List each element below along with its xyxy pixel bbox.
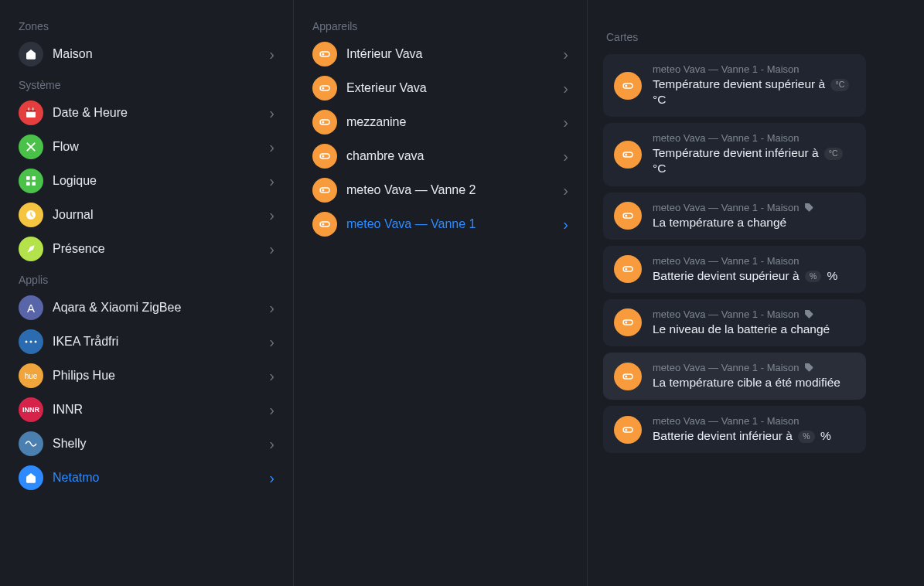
zone-item[interactable]: Maison›	[6, 37, 287, 71]
chevron-right-icon: ›	[563, 148, 568, 165]
A-icon: A	[19, 295, 43, 320]
flow-card[interactable]: meteo Vava — Vanne 1 - MaisonTempérature…	[603, 54, 866, 117]
cards-header: Cartes	[594, 23, 875, 48]
svg-point-31	[625, 268, 627, 271]
card-title: La température cible a été modifiée	[653, 375, 855, 390]
item-label: Date & Heure	[53, 106, 269, 120]
flow-card[interactable]: meteo Vava — Vanne 1 - MaisonTempérature…	[603, 123, 866, 186]
app-item[interactable]: Netatmo›	[6, 461, 287, 495]
svg-point-10	[30, 341, 32, 343]
svg-rect-28	[623, 213, 632, 218]
card-title: Batterie devient inférieur à % %	[653, 428, 855, 444]
svg-point-17	[322, 121, 324, 124]
system-item[interactable]: Logique›	[6, 164, 287, 198]
app-item[interactable]: IKEA Trådfri›	[6, 325, 287, 359]
svg-point-35	[625, 375, 627, 377]
chevron-right-icon: ›	[563, 80, 568, 97]
svg-rect-24	[623, 83, 632, 88]
svg-point-29	[625, 215, 627, 217]
app-item[interactable]: INNRINNR›	[6, 393, 287, 427]
flow-card[interactable]: meteo Vava — Vanne 1 - MaisonLa températ…	[603, 353, 866, 400]
device-item[interactable]: Exterieur Vava›	[300, 71, 581, 105]
logic-icon	[19, 169, 43, 193]
svg-rect-18	[320, 154, 329, 158]
svg-point-37	[625, 428, 627, 431]
svg-rect-30	[623, 267, 632, 271]
svg-point-9	[26, 341, 28, 343]
valve-icon	[614, 416, 642, 444]
item-label: Flow	[53, 140, 269, 154]
chevron-right-icon: ›	[563, 216, 568, 233]
valve-icon	[312, 42, 337, 66]
unit-pill: %	[805, 271, 821, 283]
system-item[interactable]: Flow›	[6, 130, 287, 164]
app-item[interactable]: AAqara & Xiaomi ZigBee›	[6, 291, 287, 325]
tag-icon	[804, 309, 814, 319]
valve-icon	[614, 72, 642, 100]
system-item[interactable]: Date & Heure›	[6, 96, 287, 130]
chevron-right-icon: ›	[269, 172, 274, 190]
device-item[interactable]: chambre vava›	[300, 139, 581, 173]
chevron-right-icon: ›	[269, 435, 274, 453]
item-label: Journal	[53, 208, 269, 222]
card-title: Température devient supérieur à °C °C	[653, 77, 855, 107]
svg-point-11	[35, 341, 37, 343]
device-item[interactable]: meteo Vava — Vanne 2›	[300, 173, 581, 207]
device-item[interactable]: mezzanine›	[300, 105, 581, 139]
system-item[interactable]: Présence›	[6, 232, 287, 266]
svg-rect-14	[320, 86, 329, 90]
svg-rect-7	[32, 182, 36, 186]
item-label: meteo Vava — Vanne 2	[346, 183, 563, 197]
flow-card[interactable]: meteo Vava — Vanne 1 - MaisonBatterie de…	[603, 406, 866, 453]
item-label: INNR	[53, 403, 269, 417]
svg-rect-16	[320, 120, 329, 124]
svg-rect-12	[320, 52, 329, 56]
item-label: Netatmo	[53, 471, 269, 485]
flow-card[interactable]: meteo Vava — Vanne 1 - MaisonBatterie de…	[603, 246, 866, 293]
devices-header: Appareils	[300, 12, 581, 37]
card-meta: meteo Vava — Vanne 1 - Maison	[653, 362, 855, 373]
chevron-right-icon: ›	[563, 182, 568, 199]
item-label: Intérieur Vava	[346, 47, 563, 61]
svg-rect-5	[32, 176, 36, 180]
journal-icon	[19, 203, 43, 227]
svg-rect-6	[26, 182, 30, 186]
item-label: Philips Hue	[53, 369, 269, 383]
svg-rect-34	[623, 374, 632, 379]
app-item[interactable]: Shelly›	[6, 427, 287, 461]
valve-icon	[614, 363, 642, 390]
system-header: Système	[6, 71, 287, 96]
chevron-right-icon: ›	[269, 401, 274, 419]
svg-rect-2	[29, 107, 29, 110]
item-label: chambre vava	[346, 149, 563, 163]
valve-icon	[312, 144, 337, 169]
item-label: Maison	[53, 47, 269, 61]
flow-card[interactable]: meteo Vava — Vanne 1 - MaisonLa températ…	[603, 192, 866, 240]
chevron-right-icon: ›	[269, 367, 274, 385]
flow-card[interactable]: meteo Vava — Vanne 1 - MaisonLe niveau d…	[603, 299, 866, 346]
svg-point-33	[625, 322, 627, 324]
svg-rect-3	[32, 107, 33, 110]
unit-pill: °C	[830, 79, 849, 91]
chevron-right-icon: ›	[269, 333, 274, 351]
item-label: Exterieur Vava	[346, 81, 563, 95]
card-meta: meteo Vava — Vanne 1 - Maison	[653, 202, 855, 213]
svg-rect-26	[623, 152, 632, 157]
presence-icon	[19, 237, 43, 261]
item-label: IKEA Trådfri	[53, 335, 269, 349]
card-title: Le niveau de la batterie a changé	[653, 322, 855, 337]
card-meta: meteo Vava — Vanne 1 - Maison	[653, 255, 855, 267]
ikea-icon	[19, 329, 43, 354]
app-item[interactable]: huePhilips Hue›	[6, 359, 287, 393]
device-item[interactable]: meteo Vava — Vanne 1›	[300, 207, 581, 241]
hue-icon: hue	[19, 363, 43, 388]
device-item[interactable]: Intérieur Vava›	[300, 37, 581, 71]
system-item[interactable]: Journal›	[6, 198, 287, 232]
card-meta: meteo Vava — Vanne 1 - Maison	[653, 132, 855, 144]
item-label: mezzanine	[346, 115, 563, 129]
valve-icon	[312, 178, 337, 203]
cards-column: Cartes meteo Vava — Vanne 1 - MaisonTemp…	[588, 0, 881, 586]
valve-icon	[614, 141, 642, 169]
home-icon	[19, 42, 43, 66]
valve-icon	[312, 110, 337, 135]
